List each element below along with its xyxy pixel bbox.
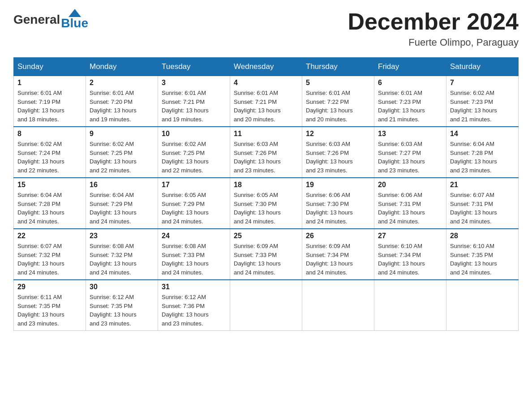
calendar-cell: 23Sunrise: 6:08 AMSunset: 7:32 PMDayligh… [86, 229, 158, 280]
day-info: Sunrise: 6:06 AMSunset: 7:30 PMDaylight:… [306, 191, 370, 226]
day-info: Sunrise: 6:01 AMSunset: 7:21 PMDaylight:… [162, 89, 226, 124]
calendar-cell: 15Sunrise: 6:04 AMSunset: 7:28 PMDayligh… [14, 178, 86, 229]
logo-blue-text: Blue [61, 16, 88, 30]
day-number: 13 [378, 130, 442, 138]
day-number: 19 [306, 181, 370, 189]
day-number: 28 [450, 232, 515, 240]
day-info: Sunrise: 6:04 AMSunset: 7:29 PMDaylight:… [90, 191, 154, 226]
day-number: 14 [450, 130, 515, 138]
calendar-cell [302, 280, 374, 331]
day-info: Sunrise: 6:03 AMSunset: 7:26 PMDaylight:… [234, 140, 298, 175]
calendar-cell: 20Sunrise: 6:06 AMSunset: 7:31 PMDayligh… [374, 178, 446, 229]
calendar-cell: 27Sunrise: 6:10 AMSunset: 7:34 PMDayligh… [374, 229, 446, 280]
day-number: 16 [90, 181, 154, 189]
day-info: Sunrise: 6:09 AMSunset: 7:33 PMDaylight:… [234, 242, 298, 277]
calendar-cell: 17Sunrise: 6:05 AMSunset: 7:29 PMDayligh… [158, 178, 230, 229]
logo-blue-part: Blue [61, 9, 88, 30]
day-info: Sunrise: 6:01 AMSunset: 7:20 PMDaylight:… [90, 89, 154, 124]
day-info: Sunrise: 6:06 AMSunset: 7:31 PMDaylight:… [378, 191, 442, 226]
calendar-table: SundayMondayTuesdayWednesdayThursdayFrid… [13, 57, 519, 331]
day-info: Sunrise: 6:02 AMSunset: 7:24 PMDaylight:… [17, 140, 82, 175]
day-number: 18 [234, 181, 298, 189]
day-info: Sunrise: 6:02 AMSunset: 7:25 PMDaylight:… [90, 140, 154, 175]
day-info: Sunrise: 6:01 AMSunset: 7:22 PMDaylight:… [306, 89, 370, 124]
calendar-cell: 31Sunrise: 6:12 AMSunset: 7:36 PMDayligh… [158, 280, 230, 331]
day-info: Sunrise: 6:01 AMSunset: 7:23 PMDaylight:… [378, 89, 442, 124]
day-number: 29 [17, 283, 82, 291]
page-header: General Blue December 2024 Fuerte Olimpo… [13, 9, 519, 48]
calendar-cell: 4Sunrise: 6:01 AMSunset: 7:21 PMDaylight… [230, 76, 302, 127]
day-number: 25 [234, 232, 298, 240]
day-number: 20 [378, 181, 442, 189]
logo-general-text: General [13, 13, 60, 27]
day-info: Sunrise: 6:07 AMSunset: 7:31 PMDaylight:… [450, 191, 515, 226]
calendar-cell: 13Sunrise: 6:03 AMSunset: 7:27 PMDayligh… [374, 127, 446, 178]
calendar-cell: 1Sunrise: 6:01 AMSunset: 7:19 PMDaylight… [14, 76, 86, 127]
calendar-cell: 11Sunrise: 6:03 AMSunset: 7:26 PMDayligh… [230, 127, 302, 178]
day-number: 4 [234, 79, 298, 87]
header-thursday: Thursday [302, 58, 374, 76]
calendar-week-row: 15Sunrise: 6:04 AMSunset: 7:28 PMDayligh… [14, 178, 519, 229]
day-info: Sunrise: 6:04 AMSunset: 7:28 PMDaylight:… [450, 140, 515, 175]
calendar-cell: 29Sunrise: 6:11 AMSunset: 7:35 PMDayligh… [14, 280, 86, 331]
calendar-cell: 22Sunrise: 6:07 AMSunset: 7:32 PMDayligh… [14, 229, 86, 280]
day-number: 5 [306, 79, 370, 87]
day-number: 12 [306, 130, 370, 138]
calendar-cell: 14Sunrise: 6:04 AMSunset: 7:28 PMDayligh… [446, 127, 519, 178]
day-info: Sunrise: 6:12 AMSunset: 7:35 PMDaylight:… [90, 293, 154, 328]
logo: General Blue [13, 9, 88, 30]
day-number: 17 [162, 181, 226, 189]
day-number: 30 [90, 283, 154, 291]
day-info: Sunrise: 6:03 AMSunset: 7:27 PMDaylight:… [378, 140, 442, 175]
calendar-cell: 7Sunrise: 6:02 AMSunset: 7:23 PMDaylight… [446, 76, 519, 127]
calendar-cell: 26Sunrise: 6:09 AMSunset: 7:34 PMDayligh… [302, 229, 374, 280]
calendar-cell: 5Sunrise: 6:01 AMSunset: 7:22 PMDaylight… [302, 76, 374, 127]
calendar-cell: 2Sunrise: 6:01 AMSunset: 7:20 PMDaylight… [86, 76, 158, 127]
day-info: Sunrise: 6:05 AMSunset: 7:30 PMDaylight:… [234, 191, 298, 226]
day-number: 11 [234, 130, 298, 138]
day-number: 31 [162, 283, 226, 291]
day-info: Sunrise: 6:05 AMSunset: 7:29 PMDaylight:… [162, 191, 226, 226]
day-info: Sunrise: 6:04 AMSunset: 7:28 PMDaylight:… [17, 191, 82, 226]
calendar-cell: 12Sunrise: 6:03 AMSunset: 7:26 PMDayligh… [302, 127, 374, 178]
calendar-cell: 21Sunrise: 6:07 AMSunset: 7:31 PMDayligh… [446, 178, 519, 229]
day-info: Sunrise: 6:02 AMSunset: 7:23 PMDaylight:… [450, 89, 515, 124]
header-tuesday: Tuesday [158, 58, 230, 76]
day-number: 27 [378, 232, 442, 240]
day-number: 3 [162, 79, 226, 87]
day-info: Sunrise: 6:03 AMSunset: 7:26 PMDaylight:… [306, 140, 370, 175]
calendar-cell: 25Sunrise: 6:09 AMSunset: 7:33 PMDayligh… [230, 229, 302, 280]
calendar-cell: 10Sunrise: 6:02 AMSunset: 7:25 PMDayligh… [158, 127, 230, 178]
location-subtitle: Fuerte Olimpo, Paraguay [348, 37, 519, 48]
calendar-cell: 30Sunrise: 6:12 AMSunset: 7:35 PMDayligh… [86, 280, 158, 331]
title-section: December 2024 Fuerte Olimpo, Paraguay [348, 9, 519, 48]
day-info: Sunrise: 6:02 AMSunset: 7:25 PMDaylight:… [162, 140, 226, 175]
calendar-cell [446, 280, 519, 331]
calendar-cell: 8Sunrise: 6:02 AMSunset: 7:24 PMDaylight… [14, 127, 86, 178]
day-info: Sunrise: 6:07 AMSunset: 7:32 PMDaylight:… [17, 242, 82, 277]
calendar-week-row: 29Sunrise: 6:11 AMSunset: 7:35 PMDayligh… [14, 280, 519, 331]
day-number: 23 [90, 232, 154, 240]
day-number: 1 [17, 79, 82, 87]
calendar-cell [230, 280, 302, 331]
day-info: Sunrise: 6:01 AMSunset: 7:21 PMDaylight:… [234, 89, 298, 124]
day-number: 24 [162, 232, 226, 240]
calendar-week-row: 8Sunrise: 6:02 AMSunset: 7:24 PMDaylight… [14, 127, 519, 178]
day-number: 26 [306, 232, 370, 240]
calendar-cell: 24Sunrise: 6:08 AMSunset: 7:33 PMDayligh… [158, 229, 230, 280]
day-info: Sunrise: 6:09 AMSunset: 7:34 PMDaylight:… [306, 242, 370, 277]
header-sunday: Sunday [14, 58, 86, 76]
header-saturday: Saturday [446, 58, 519, 76]
calendar-cell: 9Sunrise: 6:02 AMSunset: 7:25 PMDaylight… [86, 127, 158, 178]
day-info: Sunrise: 6:12 AMSunset: 7:36 PMDaylight:… [162, 293, 226, 328]
calendar-week-row: 1Sunrise: 6:01 AMSunset: 7:19 PMDaylight… [14, 76, 519, 127]
calendar-cell: 19Sunrise: 6:06 AMSunset: 7:30 PMDayligh… [302, 178, 374, 229]
day-info: Sunrise: 6:11 AMSunset: 7:35 PMDaylight:… [17, 293, 82, 328]
day-info: Sunrise: 6:10 AMSunset: 7:34 PMDaylight:… [378, 242, 442, 277]
calendar-cell: 6Sunrise: 6:01 AMSunset: 7:23 PMDaylight… [374, 76, 446, 127]
header-wednesday: Wednesday [230, 58, 302, 76]
header-friday: Friday [374, 58, 446, 76]
day-number: 21 [450, 181, 515, 189]
day-info: Sunrise: 6:10 AMSunset: 7:35 PMDaylight:… [450, 242, 515, 277]
day-number: 6 [378, 79, 442, 87]
